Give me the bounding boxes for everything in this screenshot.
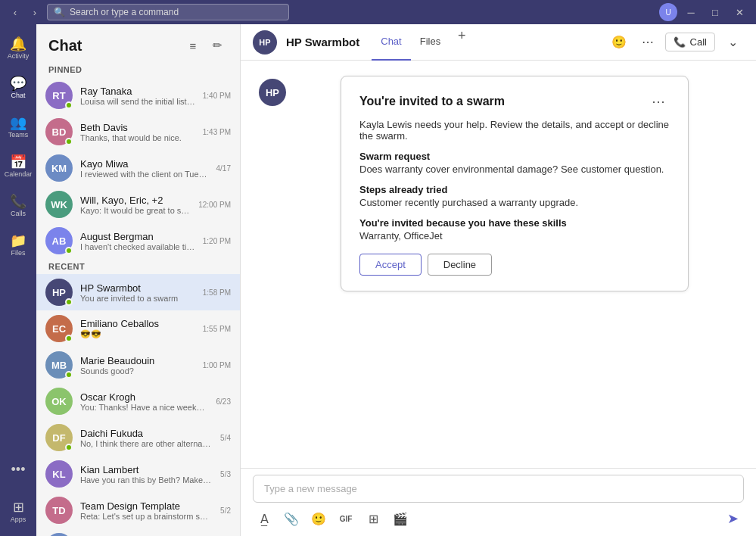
sidebar-item-apps-label: Apps xyxy=(11,516,26,523)
titlebar-search[interactable]: 🔍 Search or type a command xyxy=(47,4,289,20)
chat-time-oscar: 6/23 xyxy=(216,397,231,406)
chat-preview-team: Reta: Let's set up a brainstorm session … xyxy=(80,512,213,521)
user-avatar[interactable]: U xyxy=(659,3,677,21)
back-button[interactable]: ‹ xyxy=(6,3,24,21)
chat-item-beth[interactable]: BD Beth Davis Thanks, that would be nice… xyxy=(36,114,240,150)
chat-item-kayo[interactable]: KM Kayo Miwa I reviewed with the client … xyxy=(36,150,240,186)
chat-info-august: August Bergman I haven't checked availab… xyxy=(80,231,195,251)
header-expand-button[interactable]: ⌄ xyxy=(721,31,744,54)
chat-item-hp[interactable]: HP HP Swarmbot You are invited to a swar… xyxy=(36,274,240,310)
channel-header-right: 🙂 ⋯ 📞 Call ⌄ xyxy=(608,31,744,54)
more-icon: ••• xyxy=(11,463,26,476)
header-more-button[interactable]: ⋯ xyxy=(636,31,659,54)
compose-button[interactable]: ✏ xyxy=(207,35,228,56)
chat-time-will: 12:00 PM xyxy=(198,201,231,209)
chat-time-hp: 1:58 PM xyxy=(203,288,231,297)
emoji-button[interactable]: 🙂 xyxy=(307,507,330,530)
chat-name-hp: HP Swarmbot xyxy=(80,282,195,294)
format-button[interactable]: A̲ xyxy=(253,507,275,530)
chat-item-oscar[interactable]: OK Oscar Krogh You: Thanks! Have a nice … xyxy=(36,383,240,419)
chat-meta-team: 5/2 xyxy=(220,506,231,515)
chat-info-beth: Beth Davis Thanks, that would be nice. xyxy=(80,122,195,142)
bot-avatar: HP xyxy=(259,79,286,106)
header-emoji-button[interactable]: 🙂 xyxy=(608,31,630,54)
chat-item-kian[interactable]: KL Kian Lambert Have you ran this by Bet… xyxy=(36,456,240,492)
call-button[interactable]: 📞 Call xyxy=(665,33,715,51)
swarm-card-menu-button[interactable]: ⋯ xyxy=(647,92,670,111)
recent-section-label: Recent xyxy=(36,259,240,274)
chat-info-daichi: Daichi Fukuda No, I think there are othe… xyxy=(80,428,213,448)
avatar-kian: KL xyxy=(45,460,73,488)
minimize-button[interactable]: ─ xyxy=(680,2,702,23)
chat-info-kian: Kian Lambert Have you ran this by Beth? … xyxy=(80,464,213,485)
chat-info-hp: HP Swarmbot You are invited to a swarm xyxy=(80,282,195,303)
chat-preview-august: I haven't checked available times yet xyxy=(80,242,195,251)
filter-button[interactable]: ≡ xyxy=(182,35,204,56)
chat-meta-hp: 1:58 PM xyxy=(203,288,231,297)
attach-button[interactable]: 📎 xyxy=(280,507,303,530)
sidebar-item-teams[interactable]: 👥 Teams xyxy=(3,109,33,145)
avatar-emiliano: EC xyxy=(45,315,73,342)
sidebar-item-chat[interactable]: 💬 Chat xyxy=(3,70,33,106)
avatar-team: TD xyxy=(45,497,73,524)
chat-preview-oscar: You: Thanks! Have a nice weekend xyxy=(80,403,209,412)
sidebar-item-activity-label: Activity xyxy=(8,52,30,60)
chat-item-marie[interactable]: MB Marie Beaudouin Sounds good? 1:00 PM xyxy=(36,347,240,383)
swarm-card: You're invited to a swarm ⋯ Kayla Lewis … xyxy=(341,76,689,291)
avatar-reviewers: RV xyxy=(45,533,73,536)
sidebar-item-apps[interactable]: ⊞ Apps xyxy=(3,494,33,530)
chat-item-ray[interactable]: RT Ray Tanaka Louisa will send the initi… xyxy=(36,77,240,114)
sidebar-item-teams-label: Teams xyxy=(8,131,29,139)
sticker-button[interactable]: ⊞ xyxy=(362,507,384,530)
chat-preview-emiliano: 😎😎 xyxy=(80,329,195,339)
chat-name-ray: Ray Tanaka xyxy=(80,86,195,97)
swarm-actions: Accept Decline xyxy=(359,254,670,276)
calls-icon: 📞 xyxy=(10,195,26,208)
sidebar-item-files[interactable]: 📁 Files xyxy=(3,227,33,263)
chat-preview-marie: Sounds good? xyxy=(80,366,195,376)
tab-files[interactable]: Files xyxy=(411,24,450,61)
avatar-oscar: OK xyxy=(45,388,73,415)
chat-meta-daichi: 5/4 xyxy=(220,434,231,442)
chat-item-daichi[interactable]: DF Daichi Fukuda No, I think there are o… xyxy=(36,419,240,456)
sidebar-item-calls-label: Calls xyxy=(11,210,26,217)
chat-item-team[interactable]: TD Team Design Template Reta: Let's set … xyxy=(36,492,240,528)
avatar-ray: RT xyxy=(45,82,73,109)
chat-name-beth: Beth Davis xyxy=(80,122,195,133)
chat-preview-will: Kayo: It would be great to sync with... xyxy=(80,206,191,215)
chat-time-ray: 1:40 PM xyxy=(203,92,231,100)
maximize-button[interactable]: □ xyxy=(705,2,726,23)
swarm-card-title: You're invited to a swarm xyxy=(359,95,505,108)
sidebar-item-activity[interactable]: 🔔 Activity xyxy=(3,30,33,67)
gif-button[interactable]: GIF xyxy=(334,507,357,530)
tab-chat[interactable]: Chat xyxy=(372,24,410,61)
accept-button[interactable]: Accept xyxy=(359,254,422,276)
decline-button[interactable]: Decline xyxy=(428,254,492,276)
chat-item-will[interactable]: WK Will, Kayo, Eric, +2 Kayo: It would b… xyxy=(36,186,240,223)
chat-item-emiliano[interactable]: EC Emiliano Ceballos 😎😎 1:55 PM xyxy=(36,310,240,347)
chat-name-august: August Bergman xyxy=(80,231,195,242)
chat-list-actions: ≡ ✏ xyxy=(182,35,228,56)
chat-item-reviewers[interactable]: RV Reviewers Darren: Thats fine with me … xyxy=(36,528,240,536)
chat-time-marie: 1:00 PM xyxy=(203,361,231,369)
chat-meta-august: 1:20 PM xyxy=(203,237,231,245)
message-input-placeholder: Type a new message xyxy=(264,483,357,494)
message-input-box[interactable]: Type a new message xyxy=(253,475,744,503)
swarm-section-request-body: Does warranty cover environmental damage… xyxy=(359,164,670,175)
forward-button[interactable]: › xyxy=(26,3,44,21)
sidebar-item-calls[interactable]: 📞 Calls xyxy=(3,188,33,224)
files-icon: 📁 xyxy=(10,234,26,248)
chat-time-team: 5/2 xyxy=(220,506,231,515)
swarm-section-skills-body: Warranty, OfficeJet xyxy=(359,230,670,242)
chat-time-beth: 1:43 PM xyxy=(203,128,231,136)
tab-add-button[interactable]: + xyxy=(450,24,474,48)
chat-meta-ray: 1:40 PM xyxy=(203,92,231,100)
chat-item-august[interactable]: AB August Bergman I haven't checked avai… xyxy=(36,223,240,259)
sidebar-item-more[interactable]: ••• xyxy=(3,451,33,488)
send-button[interactable]: ➤ xyxy=(721,507,744,530)
sidebar-item-calendar[interactable]: 📅 Calendar xyxy=(3,148,33,185)
schedule-button[interactable]: 🎬 xyxy=(389,507,412,530)
close-button[interactable]: ✕ xyxy=(729,2,750,23)
chat-meta-kian: 5/3 xyxy=(220,470,231,478)
search-icon: 🔍 xyxy=(54,7,65,17)
